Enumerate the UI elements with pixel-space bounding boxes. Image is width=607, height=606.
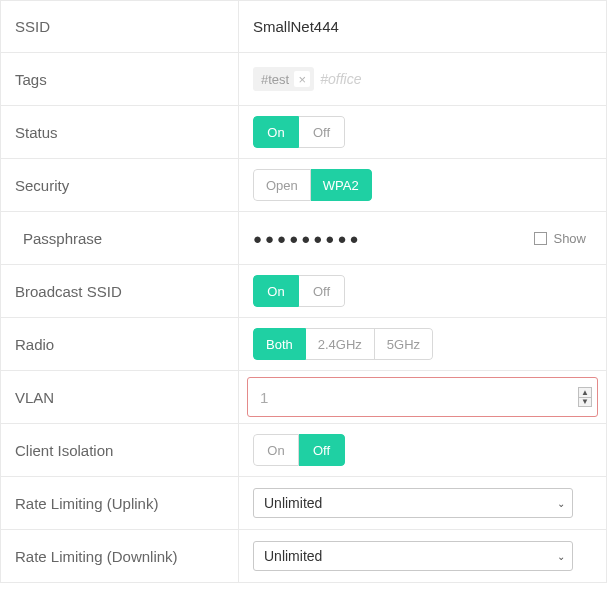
value-security: Open WPA2 <box>239 159 606 211</box>
label-vlan: VLAN <box>1 371 239 423</box>
status-off[interactable]: Off <box>299 116 345 148</box>
value-radio: Both 2.4GHz 5GHz <box>239 318 606 370</box>
isolation-toggle[interactable]: On Off <box>253 434 345 466</box>
label-rate-up: Rate Limiting (Uplink) <box>1 477 239 529</box>
chevron-up-icon[interactable]: ▲ <box>579 388 591 397</box>
security-toggle[interactable]: Open WPA2 <box>253 169 372 201</box>
passphrase-show-label: Show <box>553 231 586 246</box>
label-rate-down: Rate Limiting (Downlink) <box>1 530 239 582</box>
radio-both[interactable]: Both <box>253 328 306 360</box>
value-passphrase: ●●●●●●●●● Show <box>239 212 606 264</box>
label-security: Security <box>1 159 239 211</box>
value-isolation: On Off <box>239 424 606 476</box>
status-on[interactable]: On <box>253 116 299 148</box>
radio-5[interactable]: 5GHz <box>375 328 433 360</box>
row-rate-down: Rate Limiting (Downlink) Unlimited ⌄ <box>0 530 607 583</box>
rate-down-select[interactable]: Unlimited <box>253 541 573 571</box>
label-broadcast: Broadcast SSID <box>1 265 239 317</box>
label-isolation: Client Isolation <box>1 424 239 476</box>
label-radio: Radio <box>1 318 239 370</box>
row-passphrase: Passphrase ●●●●●●●●● Show <box>0 212 607 265</box>
passphrase-masked: ●●●●●●●●● <box>253 230 362 247</box>
vlan-stepper[interactable]: ▲ ▼ <box>578 387 592 407</box>
tag-remove-icon[interactable]: × <box>294 71 310 87</box>
broadcast-off[interactable]: Off <box>299 275 345 307</box>
vlan-input-wrap[interactable]: ▲ ▼ <box>247 377 598 417</box>
label-tags: Tags <box>1 53 239 105</box>
security-wpa2[interactable]: WPA2 <box>311 169 372 201</box>
row-rate-up: Rate Limiting (Uplink) Unlimited ⌄ <box>0 477 607 530</box>
row-ssid: SSID SmallNet444 <box>0 0 607 53</box>
value-vlan: ▲ ▼ <box>239 371 606 423</box>
ssid-text: SmallNet444 <box>253 14 339 39</box>
tags-placeholder: #office <box>320 71 361 87</box>
row-status: Status On Off <box>0 106 607 159</box>
tag-chip[interactable]: #test × <box>253 67 314 91</box>
value-rate-down: Unlimited ⌄ <box>239 530 606 582</box>
value-tags[interactable]: #test × #office <box>239 53 606 105</box>
value-broadcast: On Off <box>239 265 606 317</box>
checkbox-icon[interactable] <box>534 232 547 245</box>
isolation-off[interactable]: Off <box>299 434 345 466</box>
row-vlan: VLAN ▲ ▼ <box>0 371 607 424</box>
row-tags: Tags #test × #office <box>0 53 607 106</box>
isolation-on[interactable]: On <box>253 434 299 466</box>
row-isolation: Client Isolation On Off <box>0 424 607 477</box>
rate-down-select-wrap[interactable]: Unlimited ⌄ <box>253 541 573 571</box>
rate-up-select[interactable]: Unlimited <box>253 488 573 518</box>
row-radio: Radio Both 2.4GHz 5GHz <box>0 318 607 371</box>
passphrase-show[interactable]: Show <box>534 231 586 246</box>
label-ssid: SSID <box>1 1 239 52</box>
security-open[interactable]: Open <box>253 169 311 201</box>
status-toggle[interactable]: On Off <box>253 116 345 148</box>
value-ssid: SmallNet444 <box>239 1 606 52</box>
rate-up-select-wrap[interactable]: Unlimited ⌄ <box>253 488 573 518</box>
broadcast-toggle[interactable]: On Off <box>253 275 345 307</box>
row-broadcast: Broadcast SSID On Off <box>0 265 607 318</box>
radio-24[interactable]: 2.4GHz <box>306 328 375 360</box>
radio-toggle[interactable]: Both 2.4GHz 5GHz <box>253 328 433 360</box>
value-rate-up: Unlimited ⌄ <box>239 477 606 529</box>
value-status: On Off <box>239 106 606 158</box>
label-status: Status <box>1 106 239 158</box>
label-passphrase: Passphrase <box>1 212 239 264</box>
row-security: Security Open WPA2 <box>0 159 607 212</box>
chevron-down-icon[interactable]: ▼ <box>579 397 591 406</box>
vlan-input[interactable] <box>247 377 598 417</box>
broadcast-on[interactable]: On <box>253 275 299 307</box>
tag-chip-text: #test <box>261 72 289 87</box>
